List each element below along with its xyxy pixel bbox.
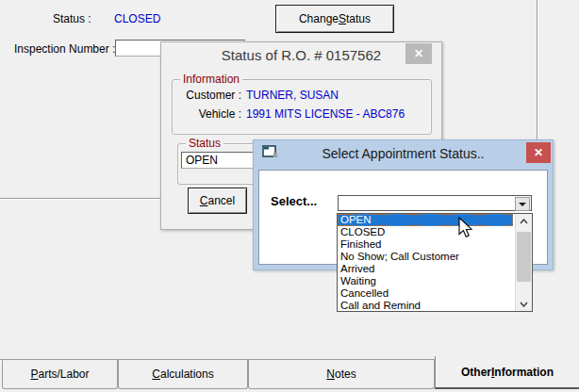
scroll-up-icon[interactable] [516,214,532,228]
information-groupbox: Information Customer : TURNER, SUSAN Veh… [172,79,432,135]
chevron-down-icon [519,203,526,206]
tab-calculations[interactable]: Calculations [118,360,248,389]
scrollbar-thumb[interactable] [517,232,531,282]
option-arrived[interactable]: Arrived [338,263,513,275]
app-window: Status : CLOSED Change Status Inspection… [0,0,579,392]
close-icon[interactable]: ✕ [405,43,432,64]
cancel-button[interactable]: Cancel [188,188,247,214]
vertical-divider [537,0,538,160]
information-group-label: Information [180,73,242,86]
vehicle-label: Vehicle : [181,107,241,121]
option-waiting[interactable]: Waiting [338,275,513,287]
customer-label: Customer : [181,89,241,102]
option-closed[interactable]: CLOSED [338,226,513,238]
status-group-label: Status [186,137,223,150]
status-label: Status : [53,12,91,25]
option-cancelled[interactable]: Cancelled [338,287,513,300]
customer-value: TURNER, SUSAN [246,89,339,102]
combo-dropdown-button[interactable] [515,197,530,211]
appointment-status-combobox[interactable] [338,195,532,211]
option-no-show[interactable]: No Show; Call Customer [338,251,513,263]
tab-other-information[interactable]: Other Information [435,356,579,389]
option-call-and-remind[interactable]: Call and Remind [338,300,513,312]
close-icon[interactable]: ✕ [526,142,551,163]
scroll-down-icon[interactable] [516,297,532,311]
change-status-button[interactable]: Change Status [275,5,394,33]
appointment-status-option-list: OPEN CLOSED Finished No Show; Call Custo… [337,213,533,312]
vehicle-value: 1991 MITS LICENSE - ABC876 [246,107,405,121]
tab-parts-labor[interactable]: Parts/Labor [2,360,118,389]
option-open[interactable]: OPEN [338,214,513,226]
option-finished[interactable]: Finished [338,238,513,251]
ro-dialog-title: Status of R.O. # 0157562 [161,47,441,63]
list-scrollbar[interactable] [515,214,532,311]
appt-dialog-title: Select Appointment Status.. [254,146,553,161]
status-value: CLOSED [114,12,160,25]
select-label: Select... [271,194,317,208]
mouse-cursor [458,217,473,239]
tab-notes[interactable]: Notes [248,360,435,389]
horizontal-divider [0,198,160,199]
inspection-number-label: Inspection Number : [14,42,115,56]
